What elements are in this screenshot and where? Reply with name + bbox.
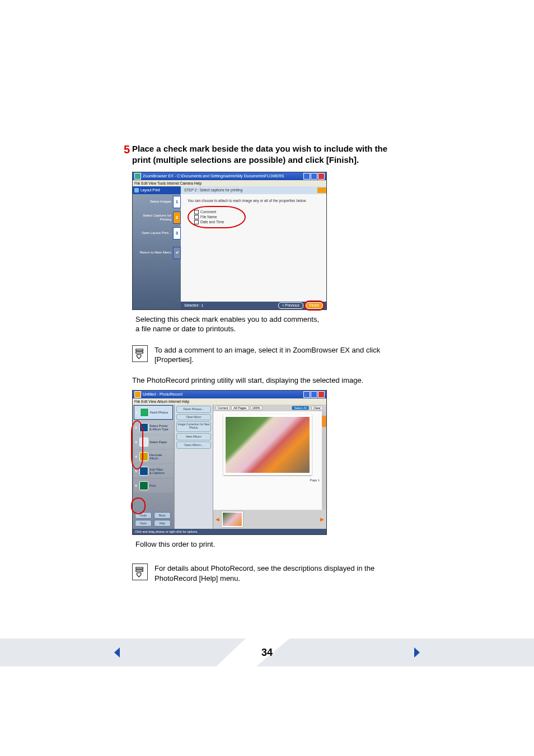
checkbox-icon[interactable] [194, 220, 199, 224]
btn-label: < Previous [282, 303, 299, 308]
selected-count: Selected : 1 [184, 303, 203, 307]
highlight-ring-icon [304, 300, 325, 311]
step-print[interactable]: 6Print [134, 479, 173, 492]
option-comment[interactable]: Comment [194, 210, 239, 214]
close-icon[interactable] [318, 391, 325, 398]
prev-page-button[interactable] [112, 646, 123, 660]
svg-rect-3 [136, 570, 143, 572]
highlight-ring-icon [131, 497, 146, 514]
l: & Captions [149, 471, 165, 475]
window-titlebar: Untitled - PhotoRecord [133, 391, 326, 398]
step-badge-1: 1 [173, 196, 181, 208]
finish-button[interactable]: Finish [306, 302, 323, 309]
zoom-chip[interactable]: 100% [250, 406, 263, 410]
current-chip[interactable]: Current [216, 406, 230, 410]
window-title: Untitled - PhotoRecord [143, 391, 182, 398]
window-title: ZoomBrowser EX - C:\Documents and Settin… [143, 172, 284, 180]
photo-thumbnail[interactable] [223, 415, 312, 475]
return-icon: ⤶ [173, 247, 181, 259]
step-label: DecorateAlbum [149, 453, 173, 460]
next-page-button[interactable] [411, 646, 422, 660]
step-label: Add Titles& Captions [149, 468, 173, 475]
window-buttons [303, 391, 325, 398]
scrollbar[interactable] [322, 411, 326, 510]
option-label: Comment [200, 210, 216, 214]
main-panel: STEP 2 : Select captions for printing Yo… [181, 186, 326, 309]
open-album-button[interactable]: Open Album... [176, 442, 211, 449]
svg-rect-0 [136, 349, 143, 350]
image-correction-button[interactable]: Image Correction for New Photos [176, 421, 211, 432]
redo-button[interactable]: Redo [154, 512, 171, 519]
save-button[interactable]: Save [135, 520, 152, 527]
steps-sidebar: 1Fetch Photos 2Select Printer& Album Typ… [133, 405, 174, 529]
note-line2: PhotoRecord [Help] menu. [154, 574, 240, 583]
note-text: To add a comment to an image, select it … [154, 345, 380, 365]
sidebar-item-label: Open Layout Print... [133, 231, 173, 235]
close-icon[interactable] [318, 173, 325, 180]
option-label: File Name [200, 215, 217, 219]
checkbox-icon[interactable] [194, 215, 199, 219]
maximize-icon[interactable] [311, 173, 317, 180]
window-titlebar: ZoomBrowser EX - C:\Documents and Settin… [133, 172, 326, 180]
note-block-2: For details about PhotoRecord, see the d… [132, 564, 403, 583]
option-filename[interactable]: File Name [194, 215, 239, 219]
fetch-photos-button[interactable]: Fetch Photos... [176, 406, 211, 413]
thumbnail[interactable] [222, 511, 243, 527]
sidebar-item-select-images[interactable]: Select Images 1 [133, 195, 181, 209]
middle-panel: Fetch Photos... Clear Album Image Correc… [174, 405, 213, 529]
step-text: Place a check mark beside the data you w… [132, 143, 387, 166]
minimize-icon[interactable] [303, 391, 310, 398]
l1: Select Captions for [143, 214, 171, 217]
strip-nav-left-icon[interactable]: ◀ [216, 516, 219, 522]
l: Album [149, 457, 158, 460]
main-body: You can choose to attach to each image a… [181, 194, 326, 302]
menu-bar[interactable]: File Edit View Tools Internet Camera Hel… [133, 180, 326, 186]
step-num: 6 [134, 484, 138, 487]
l2: Printing [160, 218, 171, 221]
maximize-icon[interactable] [311, 391, 317, 398]
new-album-button[interactable]: New Album [176, 433, 211, 440]
sidebar-item-open-layout-print[interactable]: Open Layout Print... 3 [133, 226, 181, 241]
note-icon [132, 564, 148, 580]
strip-nav-right-icon[interactable]: ▶ [320, 516, 324, 522]
help-icon[interactable] [317, 187, 326, 193]
page-indicator: Page 1 [310, 478, 320, 482]
previous-button[interactable]: < Previous [278, 302, 303, 309]
minimize-icon[interactable] [303, 173, 310, 180]
step-header: STEP 2 : Select captions for printing [181, 186, 326, 194]
option-label: Date and Time [200, 220, 224, 224]
screenshot-zoombrowser: ZoomBrowser EX - C:\Documents and Settin… [132, 172, 327, 310]
photo-area: Page 1 [213, 411, 322, 510]
note-icon [132, 345, 148, 362]
svg-rect-2 [136, 567, 143, 569]
allpages-chip[interactable]: All Pages [231, 406, 249, 410]
sidebar-item-select-captions[interactable]: Select Captions for Printing 2 [133, 210, 181, 225]
footer-bar: Selected : 1 < Previous Finish [181, 302, 326, 309]
sidebar-item-return[interactable]: Return to Main Menu ⤶ [133, 246, 181, 260]
step-fetch-photos[interactable]: 1Fetch Photos [134, 405, 173, 420]
step-label: Select Paper [149, 440, 173, 444]
step-num: 1 [134, 411, 139, 414]
clear-album-button[interactable]: Clear Album [176, 414, 211, 420]
sidebar-item-label: Return to Main Menu [133, 251, 173, 255]
checkbox-icon[interactable] [194, 210, 199, 214]
step-num: 5 [134, 469, 138, 473]
note-line1: To add a comment to an image, select it … [154, 346, 380, 354]
caption-line1: Selecting this check mark enables you to… [135, 315, 319, 323]
clear-button[interactable]: Clear [311, 406, 323, 410]
scroll-thumb-icon[interactable] [322, 416, 326, 427]
help-button[interactable]: Help [154, 520, 171, 527]
screenshot2-caption: Follow this order to print. [135, 539, 403, 550]
layout-print-icon [134, 188, 139, 192]
status-bar: Click and drag photos or right click for… [133, 529, 326, 534]
menu-bar[interactable]: File Edit View Album Internet Help [133, 398, 326, 405]
app-icon [134, 391, 141, 398]
preview-toolbar: Current All Pages 100% Select All Clear [213, 405, 326, 411]
sidebar-header-label: Layout Print [140, 188, 160, 192]
titles-icon [139, 467, 148, 476]
app-icon [134, 173, 141, 180]
select-all-button[interactable]: Select All [292, 406, 309, 410]
print-icon [139, 481, 148, 490]
window-buttons [303, 173, 325, 180]
option-datetime[interactable]: Date and Time [194, 220, 239, 224]
